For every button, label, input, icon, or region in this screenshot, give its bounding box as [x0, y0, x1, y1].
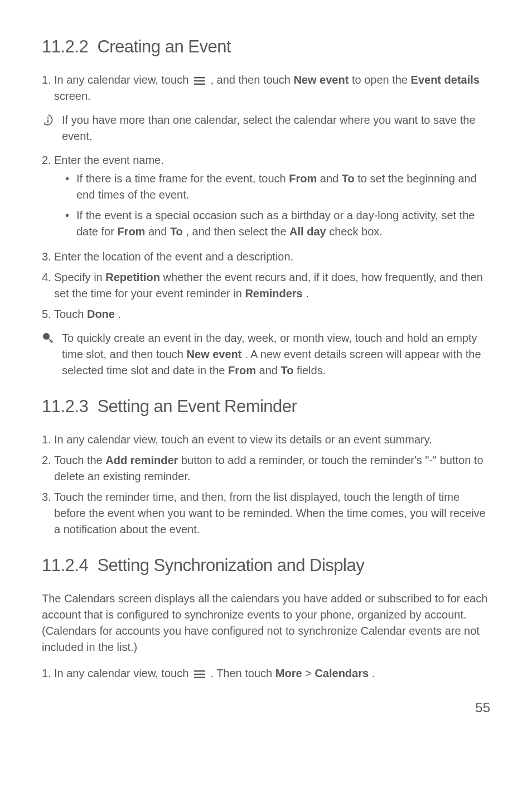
info-icon [42, 112, 62, 144]
svg-rect-11 [194, 673, 205, 674]
bullet-body: If there is a time frame for the event, … [76, 171, 490, 203]
step-number: 2. [42, 152, 54, 244]
text-bold: From [228, 364, 256, 376]
step-body: In any calendar view, touch an event to … [54, 432, 490, 448]
text-bold: New event [186, 348, 241, 360]
svg-rect-10 [194, 670, 205, 672]
tip-icon [42, 330, 62, 379]
svg-point-4 [47, 117, 49, 119]
text-bold: From [289, 172, 317, 185]
text: Touch [54, 308, 87, 320]
text: In any calendar view, touch [54, 667, 192, 679]
step-number: 3. [42, 489, 54, 538]
step-number: 2. [42, 452, 54, 485]
text-bold: To [280, 364, 293, 376]
text: . [118, 308, 122, 320]
bullet-dot: • [65, 171, 76, 203]
bullet-dot: • [65, 207, 76, 240]
text-bold: New event [293, 74, 349, 86]
bullet-item: • If the event is a special occasion suc… [65, 207, 490, 240]
text-bold: To [342, 172, 355, 185]
step-body: Enter the event name. [54, 152, 490, 168]
text: screen. [54, 90, 91, 102]
text: , and then touch [210, 74, 293, 86]
step-body: In any calendar view, touch . Then touch… [54, 665, 490, 682]
tip-text: To quickly create an event in the day, w… [62, 330, 490, 379]
heading-creating-event: 11.2.2 Creating an Event [42, 35, 490, 60]
paragraph: The Calendars screen displays all the ca… [42, 591, 490, 655]
heading-sync-display: 11.2.4 Setting Synchronization and Displ… [42, 553, 490, 578]
text: and [320, 172, 342, 185]
svg-rect-2 [194, 83, 205, 84]
text-bold: Reminders [245, 287, 302, 300]
text: Touch the [54, 454, 105, 466]
bullet-item: • If there is a time frame for the event… [65, 171, 490, 203]
step-number: 1. [42, 432, 54, 448]
step-number: 3. [42, 249, 54, 265]
text: and [259, 364, 281, 376]
text-bold: To [170, 225, 183, 238]
text: to open the [352, 74, 411, 86]
step-1-4: 4. Specify in Repetition whether the eve… [42, 269, 490, 302]
heading-setting-reminder: 11.2.3 Setting an Event Reminder [42, 394, 490, 419]
svg-rect-5 [47, 119, 49, 123]
text: . [372, 667, 375, 679]
step-number: 1. [42, 665, 54, 682]
text: check box. [329, 225, 383, 238]
svg-rect-1 [194, 80, 205, 81]
note-block: If you have more than one calendar, sele… [42, 112, 490, 144]
step-2-1: 1. In any calendar view, touch an event … [42, 432, 490, 448]
text-bold: More [275, 667, 302, 679]
step-number: 1. [42, 72, 54, 104]
step-1-2: 2. Enter the event name. • If there is a… [42, 152, 490, 244]
text-bold: From [117, 225, 145, 238]
step-3-1: 1. In any calendar view, touch . Then to… [42, 665, 490, 682]
text: , and then select the [186, 225, 289, 238]
text-bold: Calendars [315, 667, 369, 679]
text: fields. [297, 364, 326, 376]
text-bold: All day [289, 225, 326, 238]
step-number: 4. [42, 269, 54, 302]
step-body: Enter the location of the event and a de… [54, 249, 490, 265]
text-bold: Repetition [105, 271, 160, 283]
text: > [305, 667, 315, 679]
text-bold: Add reminder [105, 454, 178, 466]
svg-line-3 [44, 122, 46, 124]
step-body: Touch the reminder time, and then, from … [54, 489, 490, 538]
text: Specify in [54, 271, 105, 283]
menu-icon [192, 75, 207, 86]
bullet-body: If the event is a special occasion such … [76, 207, 490, 240]
step-1-5: 5. Touch Done . [42, 306, 490, 322]
step-2-3: 3. Touch the reminder time, and then, fr… [42, 489, 490, 538]
step-1-3: 3. Enter the location of the event and a… [42, 249, 490, 265]
step-number: 5. [42, 306, 54, 322]
text-bold: Done [87, 308, 115, 320]
text: . [306, 287, 309, 300]
page-number: 55 [42, 698, 490, 718]
note-text: If you have more than one calendar, sele… [62, 112, 490, 144]
text: If there is a time frame for the event, … [76, 172, 289, 185]
text: . Then touch [210, 667, 275, 679]
step-body: Specify in Repetition whether the event … [54, 269, 490, 302]
step-body: Touch Done . [54, 306, 490, 322]
text: In any calendar view, touch [54, 74, 192, 86]
svg-rect-0 [194, 77, 205, 78]
text-bold: Event details [411, 74, 480, 86]
step-body: Touch the Add reminder button to add a r… [54, 452, 490, 485]
svg-rect-12 [194, 677, 205, 678]
text: and [148, 225, 170, 238]
tip-block: To quickly create an event in the day, w… [42, 330, 490, 379]
step-body: In any calendar view, touch , and then t… [54, 72, 490, 104]
step-1-1: 1. In any calendar view, touch , and the… [42, 72, 490, 104]
menu-icon [192, 669, 207, 680]
step-2-2: 2. Touch the Add reminder button to add … [42, 452, 490, 485]
